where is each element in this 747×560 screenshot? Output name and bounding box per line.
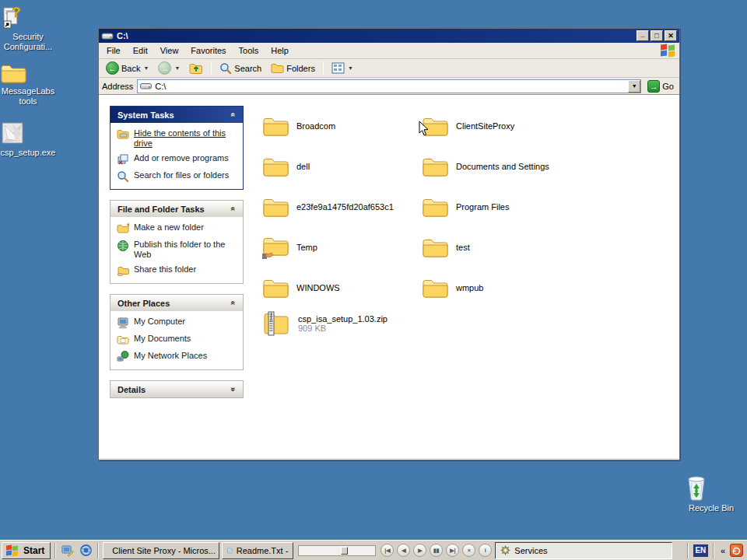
- minimize-button[interactable]: _: [637, 30, 649, 41]
- shared-folder-icon: [262, 235, 289, 260]
- desktop-icon-label: csp_setup.exe: [1, 148, 56, 157]
- window-titlebar[interactable]: C:\ _ □ ✕: [99, 29, 679, 43]
- desktop-icon-security-config[interactable]: ? SecurityConfigurati...: [0, 5, 56, 52]
- forward-button[interactable]: → ▼: [154, 59, 184, 77]
- address-label: Address: [102, 82, 133, 91]
- forward-icon: →: [158, 61, 171, 75]
- link-my-documents[interactable]: My Documents: [117, 334, 238, 346]
- search-button[interactable]: Search: [216, 60, 265, 77]
- desktop-icon-messagelabs-tools[interactable]: MessageLabstools: [0, 62, 56, 107]
- media-stop-button[interactable]: ×: [462, 544, 475, 557]
- media-pause-button[interactable]: ▮▮: [430, 544, 443, 557]
- task-share-folder[interactable]: Share this folder: [117, 264, 238, 277]
- address-input[interactable]: C:\ ▼: [137, 79, 641, 93]
- system-tasks-panel: System Tasks « Hide the contents of this…: [110, 106, 244, 190]
- tray-chevron[interactable]: «: [719, 546, 727, 555]
- file-tile-zip[interactable]: csp_isa_setup_1.03.zip 909 KB: [262, 308, 422, 339]
- details-header[interactable]: Details »: [110, 381, 243, 397]
- other-places-panel: Other Places « My Computer: [110, 294, 244, 370]
- address-dropdown-button[interactable]: ▼: [628, 80, 640, 93]
- file-tile[interactable]: e23fe9a1475fd20af653c1: [262, 187, 422, 227]
- media-rewind-button[interactable]: ◀: [397, 544, 410, 557]
- security-wizard-icon: ?: [0, 5, 56, 30]
- my-documents-icon: [117, 334, 129, 346]
- media-previous-button[interactable]: |◀: [381, 544, 394, 557]
- folder-icon: [422, 115, 448, 137]
- folder-icon: [422, 156, 448, 177]
- taskbar-button-client-site-proxy[interactable]: Client Site Proxy - Micros...: [103, 542, 219, 559]
- task-search-files[interactable]: Search for files or folders: [117, 170, 238, 183]
- menu-help[interactable]: Help: [265, 44, 295, 58]
- task-make-new-folder[interactable]: ✶ Make a new folder: [117, 222, 238, 235]
- folder-icon: [422, 196, 448, 218]
- file-folder-tasks-header[interactable]: File and Folder Tasks «: [110, 201, 243, 217]
- other-places-header[interactable]: Other Places «: [110, 295, 243, 311]
- file-tile[interactable]: WINDOWS: [262, 268, 422, 308]
- system-tray: EN «: [686, 543, 745, 558]
- file-list-area[interactable]: Broadcom ClientSiteProxy dell Documents …: [245, 96, 679, 458]
- svg-text:?: ?: [12, 5, 21, 20]
- desktop-icon-label: SecurityConfigurati...: [4, 32, 52, 51]
- file-tile[interactable]: dell: [262, 146, 422, 187]
- media-seek-slider[interactable]: [298, 545, 376, 556]
- menu-bar: File Edit View Favorites Tools Help: [99, 43, 679, 59]
- address-bar: Address C:\ ▼ → Go: [99, 78, 679, 95]
- desktop-icon-recycle-bin[interactable]: Recycle Bin: [683, 473, 739, 513]
- search-icon: [219, 62, 232, 75]
- media-next-button[interactable]: ▶|: [446, 544, 459, 557]
- up-button[interactable]: [185, 60, 207, 77]
- maximize-button[interactable]: □: [651, 30, 663, 41]
- folders-button[interactable]: Folders: [267, 61, 319, 76]
- go-button[interactable]: → Go: [645, 79, 676, 93]
- task-add-remove-programs[interactable]: Add or remove programs: [117, 153, 238, 166]
- drive-icon: [140, 82, 152, 90]
- drive-folder-icon: [117, 128, 129, 141]
- menu-view[interactable]: View: [154, 44, 185, 58]
- internet-explorer-icon: [79, 544, 93, 557]
- taskbar: Start Client Site Proxy - Micros... Read…: [0, 540, 747, 560]
- drive-icon: [101, 31, 114, 40]
- views-button[interactable]: ▼: [328, 60, 357, 76]
- toolbar: ← Back ▼ → ▼ Search Folders: [99, 59, 679, 78]
- forward-dropdown-icon: ▼: [174, 65, 180, 71]
- slider-thumb[interactable]: [341, 547, 348, 555]
- windows-logo-icon: [5, 545, 19, 556]
- quick-launch-internet-explorer[interactable]: [78, 543, 93, 558]
- link-my-network-places[interactable]: My Network Places: [117, 351, 238, 363]
- folder-icon: [262, 277, 289, 299]
- system-tasks-header[interactable]: System Tasks «: [110, 107, 243, 123]
- close-button[interactable]: ✕: [665, 30, 677, 41]
- my-network-places-icon: [117, 351, 129, 363]
- details-panel: Details »: [110, 380, 244, 398]
- file-tile[interactable]: Broadcom: [262, 106, 422, 146]
- desktop-icon-csp-setup[interactable]: csp_setup.exe: [0, 121, 56, 158]
- folders-icon: [271, 63, 284, 74]
- menu-file[interactable]: File: [100, 44, 127, 58]
- folder-icon: [262, 115, 289, 137]
- task-hide-contents[interactable]: Hide the contents of this drive: [117, 128, 238, 149]
- task-publish-to-web[interactable]: Publish this folder to the Web: [117, 240, 238, 260]
- tray-app-icon[interactable]: [730, 544, 743, 557]
- file-tile[interactable]: ClientSiteProxy: [422, 106, 581, 146]
- menu-tools[interactable]: Tools: [233, 44, 265, 58]
- explorer-window: C:\ _ □ ✕ File Edit View Favorites Tools…: [98, 28, 680, 460]
- menu-edit[interactable]: Edit: [127, 44, 154, 58]
- file-tile[interactable]: wmpub: [422, 268, 581, 308]
- file-tile[interactable]: Documents and Settings: [422, 146, 581, 187]
- quick-launch-show-desktop[interactable]: [60, 543, 75, 558]
- document-icon: [227, 545, 232, 556]
- language-indicator[interactable]: EN: [693, 544, 708, 557]
- file-tile[interactable]: test: [422, 227, 581, 268]
- menu-favorites[interactable]: Favorites: [184, 44, 232, 58]
- start-button[interactable]: Start: [2, 542, 51, 559]
- file-tile[interactable]: Temp: [262, 227, 422, 268]
- link-my-computer[interactable]: My Computer: [117, 317, 238, 329]
- taskbar-button-readme-txt[interactable]: Readme.Txt -: [222, 542, 293, 559]
- file-tile[interactable]: Program Files: [422, 187, 581, 227]
- windows-logo-icon: [659, 44, 676, 58]
- back-button[interactable]: ← Back ▼: [102, 59, 153, 77]
- media-info-button[interactable]: i: [479, 544, 492, 557]
- media-play-button[interactable]: ▶: [413, 544, 426, 557]
- taskbar-button-services[interactable]: Services: [495, 542, 672, 559]
- globe-icon: [117, 240, 129, 252]
